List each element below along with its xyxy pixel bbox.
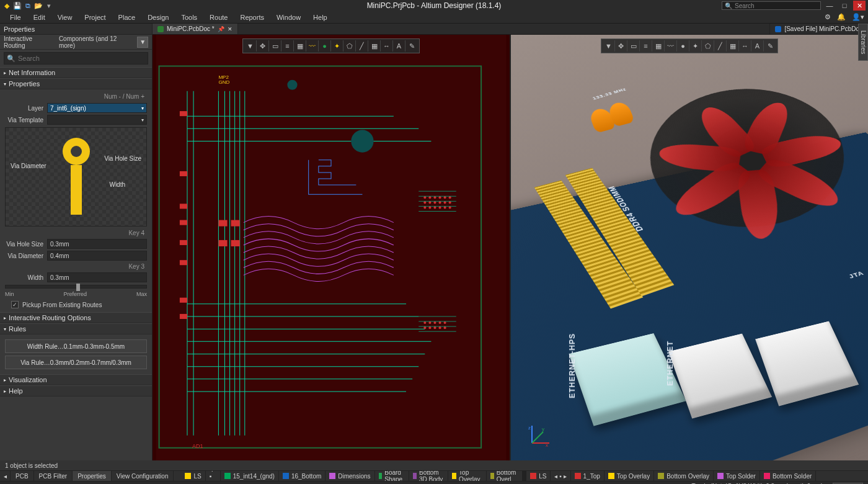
layer-nav[interactable]: ◂ ▪ ▸ — [206, 471, 221, 481]
move-icon[interactable]: ✥ — [615, 40, 627, 52]
tab-minipc-pcbdoc[interactable]: MiniPC.PcbDoc * 📌 ✕ — [153, 24, 238, 34]
layer-16-bottom[interactable]: 16_Bottom — [279, 471, 326, 481]
menu-view[interactable]: View — [51, 14, 79, 21]
tab-saved-file[interactable]: [Saved File] MiniPC.PcbDoc — [770, 24, 868, 34]
menu-file[interactable]: File — [4, 14, 27, 21]
select-icon[interactable]: ▭ — [269, 40, 281, 52]
layer-set-toggle[interactable]: LS — [526, 471, 551, 481]
line-icon[interactable]: ╱ — [356, 40, 368, 52]
tab-close-icon[interactable]: ✕ — [228, 26, 232, 32]
draw-icon[interactable]: ✎ — [405, 40, 418, 52]
via-diameter-field[interactable]: 0.4mm — [47, 251, 147, 261]
libraries-flyout-tab[interactable]: Libraries — [858, 24, 868, 61]
pcb-3d-canvas[interactable]: DDR4 SODIMM ETHERNET-HPS ETHERNET JTA 13… — [511, 35, 868, 460]
settings-icon[interactable]: ⚙ — [825, 13, 831, 21]
panel-search-box[interactable]: 🔍 — [4, 52, 148, 65]
app-icon[interactable]: ◆ — [2, 1, 11, 10]
via-hole-size-field[interactable]: 0.3mm — [47, 239, 147, 249]
minimize-button[interactable]: — — [823, 1, 836, 11]
grid-icon[interactable]: ▦ — [368, 40, 381, 52]
section-interactive-routing-options[interactable]: Interactive Routing Options — [0, 312, 152, 323]
text-icon[interactable]: A — [751, 40, 764, 52]
tab-scroll-left[interactable]: ◂ — [0, 471, 11, 481]
select-icon[interactable]: ▭ — [627, 40, 640, 52]
menu-reports[interactable]: Reports — [234, 14, 270, 21]
user-icon[interactable]: 👤▾ — [852, 13, 864, 21]
align-icon[interactable]: ≡ — [281, 40, 294, 52]
width-field[interactable]: 0.3mm — [47, 272, 147, 282]
component-icon[interactable]: ▦ — [652, 40, 665, 52]
layer-nav[interactable]: ◂ ▪ ▸ — [551, 471, 570, 481]
global-search[interactable]: 🔍 Search — [722, 1, 821, 10]
bottom-tab-properties[interactable]: Properties — [73, 471, 112, 481]
highlight-icon[interactable]: ✦ — [331, 40, 343, 52]
layer-top-solder[interactable]: Top Solder — [714, 471, 760, 481]
pcb-3d-view[interactable]: ▼ ✥ ▭ ≡ ▦ 〰 ● ✦ ⬠ ╱ ▦ ↔ A ✎ — [511, 35, 868, 460]
layer-top-overlay[interactable]: Top Overlay — [604, 471, 654, 481]
via-template-dropdown[interactable] — [47, 115, 147, 125]
draw-icon[interactable]: ✎ — [764, 40, 776, 52]
open-icon[interactable]: 📂 — [34, 1, 43, 10]
layer-bottom-3d-body[interactable]: Bottom 3D Body — [409, 471, 448, 481]
via-icon[interactable]: ● — [319, 40, 331, 52]
layer-bottom-overlay[interactable]: Bottom Overlay — [654, 471, 714, 481]
panel-components-filter[interactable]: Components (and 12 more) — [59, 35, 133, 49]
maximize-button[interactable]: □ — [838, 1, 851, 11]
layer-15-int14-gnd-[interactable]: 15_int14_(gnd) — [221, 471, 279, 481]
dimension-icon[interactable]: ↔ — [381, 40, 393, 52]
layer-bottom-overl[interactable]: Bottom Overl — [487, 471, 523, 481]
menu-window[interactable]: Window — [270, 14, 307, 21]
width-rule-button[interactable]: Width Rule…0.1mm-0.3mm-0.5mm — [5, 339, 147, 353]
filter-icon[interactable]: ▼ — [603, 40, 615, 52]
layer-bottom-solder[interactable]: Bottom Solder — [760, 471, 816, 481]
grid-icon[interactable]: ▦ — [727, 40, 739, 52]
menu-route[interactable]: Route — [203, 14, 234, 21]
bottom-tab-pcb-filter[interactable]: PCB Filter — [34, 471, 73, 481]
pcb-2d-canvas[interactable]: MP2 GND AD1 — [153, 35, 510, 460]
route-icon[interactable]: 〰 — [306, 40, 319, 52]
layer-1-top[interactable]: 1_Top — [571, 471, 604, 481]
menu-edit[interactable]: Edit — [27, 14, 51, 21]
pickup-checkbox[interactable]: ✓ — [11, 301, 19, 308]
align-icon[interactable]: ≡ — [640, 40, 652, 52]
menu-tools[interactable]: Tools — [175, 14, 203, 21]
menu-place[interactable]: Place — [112, 14, 142, 21]
dropdown-icon[interactable]: ▾ — [45, 1, 53, 10]
layer-set-toggle[interactable]: LS — [181, 471, 205, 481]
filter-icon[interactable]: ▼ — [244, 40, 257, 52]
width-slider[interactable] — [5, 285, 147, 289]
section-rules[interactable]: Rules — [0, 323, 152, 334]
section-help[interactable]: Help — [0, 385, 152, 397]
line-icon[interactable]: ╱ — [714, 40, 727, 52]
highlight-icon[interactable]: ✦ — [689, 40, 702, 52]
pickup-checkbox-row[interactable]: ✓ Pickup From Existing Routes — [11, 301, 147, 308]
menu-help[interactable]: Help — [307, 14, 334, 21]
via-icon[interactable]: ● — [677, 40, 689, 52]
save-all-icon[interactable]: ⧉ — [24, 1, 32, 10]
via-rule-button[interactable]: Via Rule…0.3mm/0.2mm-0.7mm/0.3mm — [5, 356, 147, 369]
menu-design[interactable]: Design — [141, 14, 175, 21]
tab-pin-icon[interactable]: 📌 — [218, 26, 224, 32]
layer-dimensions[interactable]: Dimensions — [326, 471, 374, 481]
polygon-icon[interactable]: ⬠ — [702, 40, 714, 52]
section-visualization[interactable]: Visualization — [0, 374, 152, 385]
layer-dropdown[interactable]: 7_int6_(sign) — [47, 103, 147, 113]
layer-top-overlay[interactable]: Top Overlay — [448, 471, 486, 481]
component-icon[interactable]: ▦ — [294, 40, 306, 52]
bottom-tab-view-configuration[interactable]: View Configuration — [112, 471, 174, 481]
close-button[interactable]: ✕ — [853, 1, 866, 11]
route-icon[interactable]: 〰 — [665, 40, 677, 52]
polygon-icon[interactable]: ⬠ — [343, 40, 356, 52]
save-icon[interactable]: 💾 — [13, 1, 22, 10]
pcb-2d-view[interactable]: ▼ ✥ ▭ ≡ ▦ 〰 ● ✦ ⬠ ╱ ▦ ↔ A ✎ — [153, 35, 511, 460]
menu-project[interactable]: Project — [78, 14, 112, 21]
filter-toggle-button[interactable]: ▼ — [137, 37, 148, 48]
layer-board-shape[interactable]: Board Shape — [375, 471, 410, 481]
text-icon[interactable]: A — [393, 40, 405, 52]
section-properties[interactable]: Properties — [0, 78, 152, 89]
section-net-information[interactable]: Net Information — [0, 67, 152, 78]
move-icon[interactable]: ✥ — [257, 40, 269, 52]
dimension-icon[interactable]: ↔ — [739, 40, 751, 52]
panel-search-input[interactable] — [18, 55, 145, 62]
bottom-tab-pcb[interactable]: PCB — [11, 471, 34, 481]
